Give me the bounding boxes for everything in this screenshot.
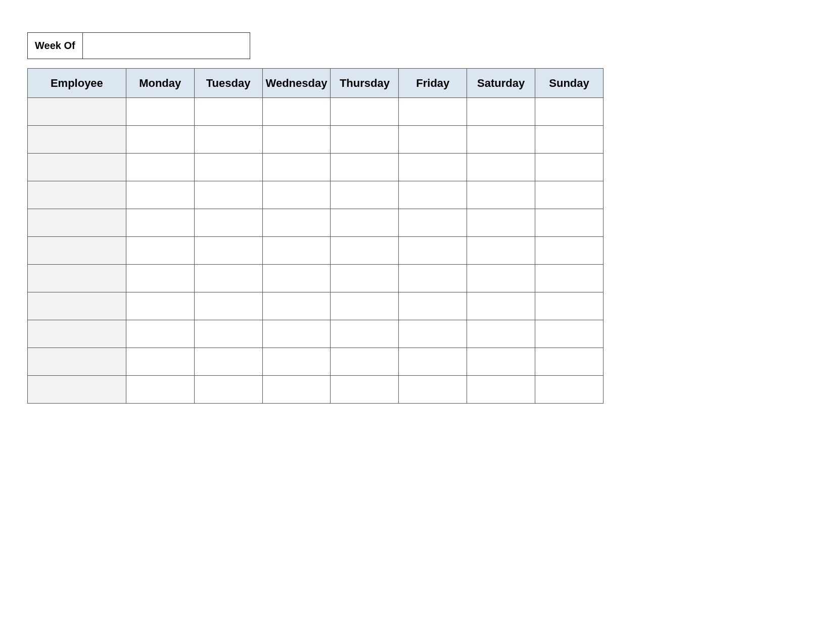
day-cell[interactable] bbox=[535, 237, 604, 265]
day-cell[interactable] bbox=[467, 376, 535, 404]
day-cell[interactable] bbox=[262, 376, 331, 404]
day-cell[interactable] bbox=[331, 126, 399, 154]
day-cell[interactable] bbox=[399, 154, 467, 181]
day-cell[interactable] bbox=[535, 265, 604, 292]
day-cell[interactable] bbox=[194, 237, 262, 265]
day-cell[interactable] bbox=[467, 98, 535, 126]
day-cell[interactable] bbox=[126, 209, 194, 237]
day-cell[interactable] bbox=[194, 98, 262, 126]
day-cell[interactable] bbox=[262, 126, 331, 154]
day-cell[interactable] bbox=[331, 209, 399, 237]
day-cell[interactable] bbox=[126, 292, 194, 320]
day-cell[interactable] bbox=[262, 237, 331, 265]
day-cell[interactable] bbox=[467, 292, 535, 320]
day-cell[interactable] bbox=[262, 154, 331, 181]
employee-cell[interactable] bbox=[28, 376, 126, 404]
day-cell[interactable] bbox=[194, 265, 262, 292]
day-cell[interactable] bbox=[194, 376, 262, 404]
day-cell[interactable] bbox=[467, 237, 535, 265]
day-cell[interactable] bbox=[194, 181, 262, 209]
day-cell[interactable] bbox=[399, 265, 467, 292]
day-cell[interactable] bbox=[331, 348, 399, 376]
employee-cell[interactable] bbox=[28, 237, 126, 265]
employee-cell[interactable] bbox=[28, 292, 126, 320]
day-cell[interactable] bbox=[194, 209, 262, 237]
day-cell[interactable] bbox=[535, 126, 604, 154]
day-cell[interactable] bbox=[262, 98, 331, 126]
header-saturday: Saturday bbox=[467, 69, 535, 98]
employee-cell[interactable] bbox=[28, 154, 126, 181]
week-of-label: Week Of bbox=[28, 33, 83, 59]
employee-cell[interactable] bbox=[28, 126, 126, 154]
employee-cell[interactable] bbox=[28, 265, 126, 292]
day-cell[interactable] bbox=[262, 209, 331, 237]
day-cell[interactable] bbox=[126, 320, 194, 348]
employee-cell[interactable] bbox=[28, 320, 126, 348]
day-cell[interactable] bbox=[467, 126, 535, 154]
day-cell[interactable] bbox=[399, 376, 467, 404]
day-cell[interactable] bbox=[126, 98, 194, 126]
table-row bbox=[28, 292, 604, 320]
day-cell[interactable] bbox=[331, 376, 399, 404]
day-cell[interactable] bbox=[535, 292, 604, 320]
day-cell[interactable] bbox=[399, 126, 467, 154]
day-cell[interactable] bbox=[126, 126, 194, 154]
day-cell[interactable] bbox=[194, 126, 262, 154]
employee-cell[interactable] bbox=[28, 98, 126, 126]
day-cell[interactable] bbox=[399, 237, 467, 265]
day-cell[interactable] bbox=[399, 98, 467, 126]
day-cell[interactable] bbox=[535, 348, 604, 376]
day-cell[interactable] bbox=[399, 292, 467, 320]
day-cell[interactable] bbox=[399, 181, 467, 209]
day-cell[interactable] bbox=[126, 237, 194, 265]
week-of-box: Week Of bbox=[27, 32, 250, 59]
day-cell[interactable] bbox=[331, 154, 399, 181]
day-cell[interactable] bbox=[194, 320, 262, 348]
day-cell[interactable] bbox=[331, 292, 399, 320]
day-cell[interactable] bbox=[467, 348, 535, 376]
day-cell[interactable] bbox=[262, 265, 331, 292]
day-cell[interactable] bbox=[535, 209, 604, 237]
day-cell[interactable] bbox=[331, 265, 399, 292]
header-monday: Monday bbox=[126, 69, 194, 98]
day-cell[interactable] bbox=[126, 265, 194, 292]
day-cell[interactable] bbox=[262, 348, 331, 376]
day-cell[interactable] bbox=[535, 98, 604, 126]
day-cell[interactable] bbox=[467, 181, 535, 209]
week-of-value[interactable] bbox=[83, 33, 250, 59]
day-cell[interactable] bbox=[194, 348, 262, 376]
header-sunday: Sunday bbox=[535, 69, 604, 98]
day-cell[interactable] bbox=[467, 265, 535, 292]
day-cell[interactable] bbox=[535, 181, 604, 209]
header-employee: Employee bbox=[28, 69, 126, 98]
day-cell[interactable] bbox=[331, 181, 399, 209]
day-cell[interactable] bbox=[126, 376, 194, 404]
header-tuesday: Tuesday bbox=[194, 69, 262, 98]
employee-cell[interactable] bbox=[28, 348, 126, 376]
day-cell[interactable] bbox=[262, 181, 331, 209]
day-cell[interactable] bbox=[535, 154, 604, 181]
day-cell[interactable] bbox=[126, 181, 194, 209]
day-cell[interactable] bbox=[126, 348, 194, 376]
day-cell[interactable] bbox=[331, 98, 399, 126]
day-cell[interactable] bbox=[262, 320, 331, 348]
day-cell[interactable] bbox=[262, 292, 331, 320]
day-cell[interactable] bbox=[194, 154, 262, 181]
day-cell[interactable] bbox=[535, 320, 604, 348]
employee-cell[interactable] bbox=[28, 209, 126, 237]
day-cell[interactable] bbox=[126, 154, 194, 181]
day-cell[interactable] bbox=[467, 209, 535, 237]
day-cell[interactable] bbox=[467, 320, 535, 348]
day-cell[interactable] bbox=[467, 154, 535, 181]
day-cell[interactable] bbox=[331, 320, 399, 348]
table-row bbox=[28, 126, 604, 154]
table-row bbox=[28, 348, 604, 376]
table-row bbox=[28, 181, 604, 209]
employee-cell[interactable] bbox=[28, 181, 126, 209]
day-cell[interactable] bbox=[399, 320, 467, 348]
day-cell[interactable] bbox=[399, 348, 467, 376]
day-cell[interactable] bbox=[535, 376, 604, 404]
day-cell[interactable] bbox=[331, 237, 399, 265]
day-cell[interactable] bbox=[194, 292, 262, 320]
day-cell[interactable] bbox=[399, 209, 467, 237]
